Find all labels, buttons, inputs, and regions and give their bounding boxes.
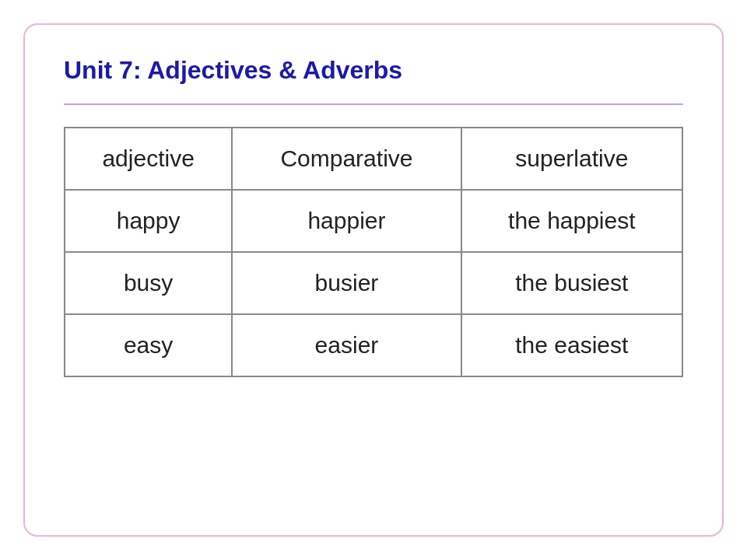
table-row: easyeasierthe easiest [65,314,682,376]
header-col-1: Comparative [232,128,461,190]
page-title: Unit 7: Adjectives & Adverbs [64,56,683,85]
cell-row0-col1: happier [232,190,461,252]
table-row: happyhappierthe happiest [65,190,682,252]
title-divider [64,103,683,105]
cell-row0-col2: the happiest [461,190,682,252]
slide-container: Unit 7: Adjectives & Adverbs adjectiveCo… [23,23,724,537]
cell-row2-col2: the easiest [461,314,682,376]
table-row: busybusierthe busiest [65,252,682,314]
cell-row2-col0: easy [65,314,232,376]
cell-row2-col1: easier [232,314,461,376]
cell-row1-col0: busy [65,252,232,314]
header-col-0: adjective [65,128,232,190]
adjectives-table: adjectiveComparativesuperlativehappyhapp… [64,127,683,377]
cell-row1-col1: busier [232,252,461,314]
header-col-2: superlative [461,128,682,190]
cell-row1-col2: the busiest [461,252,682,314]
table-wrapper: adjectiveComparativesuperlativehappyhapp… [64,127,683,504]
cell-row0-col0: happy [65,190,232,252]
